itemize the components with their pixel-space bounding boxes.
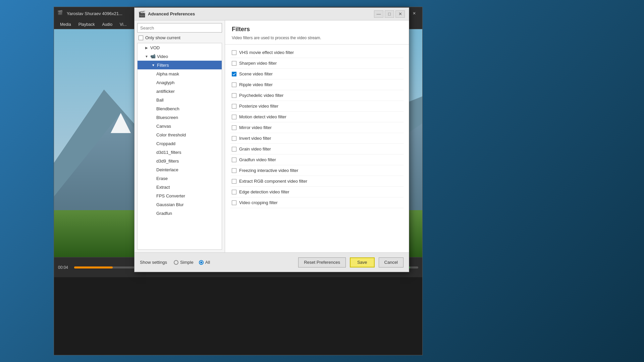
filter-checkbox-mirror[interactable] (232, 125, 236, 130)
tree-item-gaussian-blur[interactable]: Gaussian Blur (138, 200, 222, 209)
only-show-current-checkbox[interactable] (139, 36, 143, 40)
filter-checkbox-scene[interactable] (232, 72, 236, 76)
filter-checkbox-video-cropping[interactable] (232, 200, 236, 205)
filter-row-extract-rgb: Extract RGB component video filter (230, 176, 404, 187)
tree-label-extract: Extract (156, 185, 222, 190)
filter-checkbox-sharpen[interactable] (232, 61, 236, 66)
tree-item-erase[interactable]: Erase (138, 174, 222, 183)
menu-video[interactable]: Vi... (116, 21, 130, 28)
preferences-tree: ▶ VOD ▼ 📹 Video ▼ Filters Alpha mask (137, 43, 222, 250)
tree-item-anaglyph[interactable]: Anaglyph (138, 78, 222, 87)
adv-pref-body: Only show current ▶ VOD ▼ 📹 Video ▼ Filt… (135, 20, 409, 252)
reset-preferences-button[interactable]: Reset Preferences (298, 257, 346, 267)
tree-item-video[interactable]: ▼ 📹 Video (138, 52, 222, 61)
filter-checkbox-ripple[interactable] (232, 82, 236, 87)
tree-label-alpha-mask: Alpha mask (156, 71, 222, 76)
tree-label-deinterlace: Deinterlace (156, 167, 222, 172)
tree-label-croppadd: Croppadd (156, 141, 222, 146)
tree-item-vod[interactable]: ▶ VOD (138, 43, 222, 52)
tree-label-anaglyph: Anaglyph (156, 80, 222, 85)
filter-row-invert: Invert video filter (230, 133, 404, 144)
adv-pref-close[interactable]: ✕ (395, 10, 405, 18)
right-panel-title: Filters (232, 26, 402, 33)
filter-label-video-cropping: Video cropping filter (239, 200, 278, 205)
adv-pref-bottom: Show settings Simple All Reset Preferenc… (135, 252, 409, 272)
tree-label-color-threshold: Color threshold (156, 132, 222, 137)
filter-row-edge-detection: Edge detection video filter (230, 187, 404, 197)
radio-all[interactable]: All (199, 260, 210, 265)
filter-label-sharpen: Sharpen video filter (239, 61, 277, 66)
filter-checkbox-edge-detection[interactable] (232, 190, 236, 194)
filter-checkbox-motion-detect[interactable] (232, 115, 236, 119)
filter-label-psychedelic: Psychedelic video filter (239, 93, 283, 98)
filter-label-posterize: Posterize video filter (239, 104, 278, 109)
tree-label-antiflicker: antiflicker (156, 89, 222, 94)
cancel-button[interactable]: Cancel (379, 257, 404, 267)
adv-pref-icon: 🎬 (139, 11, 145, 17)
tree-arrow-vod: ▶ (144, 45, 149, 50)
tree-label-bluescreen: Bluescreen (156, 115, 222, 120)
tree-item-canvas[interactable]: Canvas (138, 122, 222, 130)
tree-label-filters: Filters (157, 63, 222, 68)
filter-label-invert: Invert video filter (239, 136, 271, 141)
adv-pref-titlebar: 🎬 Advanced Preferences — □ ✕ (135, 8, 409, 20)
show-settings-radio-group: Simple All (174, 260, 210, 265)
tree-label-blendbench: Blendbench (156, 106, 222, 111)
tree-item-croppadd[interactable]: Croppadd (138, 139, 222, 148)
adv-pref-maximize[interactable]: □ (385, 10, 394, 18)
tree-item-fps-converter[interactable]: FPS Converter (138, 191, 222, 200)
vlc-icon: 🎬 (57, 10, 64, 17)
radio-label-simple: Simple (180, 260, 194, 265)
filter-row-motion-detect: Motion detect video filter (230, 112, 404, 122)
show-settings-label: Show settings (140, 260, 167, 265)
tree-item-color-threshold[interactable]: Color threshold (138, 130, 222, 139)
menu-playback[interactable]: Playback (75, 21, 98, 28)
radio-circle-all (199, 260, 204, 265)
tree-label-erase: Erase (156, 176, 222, 181)
tree-arrow-filters: ▼ (151, 63, 156, 67)
tree-item-d3d9-filters[interactable]: d3d9_filters (138, 157, 222, 165)
filter-label-motion-detect: Motion detect video filter (239, 114, 286, 119)
right-panel-description: Video filters are used to process the vi… (232, 36, 402, 40)
filter-checkbox-posterize[interactable] (232, 104, 236, 109)
tree-item-ball[interactable]: Ball (138, 96, 222, 104)
filter-checkbox-invert[interactable] (232, 136, 236, 141)
filter-checkbox-vhs[interactable] (232, 50, 236, 55)
filter-row-vhs: VHS movie effect video filter (230, 47, 404, 58)
filter-label-freezing: Freezing interactive video filter (239, 168, 298, 173)
tree-item-blendbench[interactable]: Blendbench (138, 104, 222, 113)
filter-label-extract-rgb: Extract RGB component video filter (239, 179, 307, 184)
tree-label-gaussian-blur: Gaussian Blur (156, 202, 222, 207)
filter-row-gradfun: Gradfun video filter (230, 155, 404, 165)
only-show-current-option[interactable]: Only show current (137, 35, 222, 41)
tree-item-extract[interactable]: Extract (138, 183, 222, 191)
tree-item-antiflicker[interactable]: antiflicker (138, 87, 222, 96)
time-current: 00:04 (58, 265, 71, 270)
filter-checkbox-psychedelic[interactable] (232, 93, 236, 98)
tree-item-deinterlace[interactable]: Deinterlace (138, 165, 222, 174)
adv-pref-minimize[interactable]: — (374, 10, 383, 18)
vlc-close-button[interactable]: ✕ (410, 10, 419, 17)
filter-checkbox-gradfun[interactable] (232, 158, 236, 162)
filter-checkbox-grain[interactable] (232, 147, 236, 152)
save-button[interactable]: Save (350, 257, 375, 267)
menu-media[interactable]: Media (57, 21, 74, 28)
filter-checkbox-freezing[interactable] (232, 168, 236, 173)
tree-item-alpha-mask[interactable]: Alpha mask (138, 69, 222, 78)
tree-item-filters[interactable]: ▼ Filters (138, 61, 222, 69)
tree-item-gradfun[interactable]: Gradfun (138, 209, 222, 218)
tree-label-vod: VOD (150, 45, 222, 50)
adv-pref-window-controls: — □ ✕ (374, 10, 405, 18)
tree-label-gradfun: Gradfun (156, 211, 222, 216)
search-input[interactable] (137, 23, 222, 33)
radio-label-all: All (205, 260, 210, 265)
filter-checkbox-extract-rgb[interactable] (232, 179, 236, 184)
adv-pref-title: Advanced Preferences (148, 11, 371, 16)
radio-simple[interactable]: Simple (174, 260, 194, 265)
tree-item-bluescreen[interactable]: Bluescreen (138, 113, 222, 122)
tree-label-d3d11-filters: d3d11_filters (156, 150, 222, 155)
tree-item-d3d11-filters[interactable]: d3d11_filters (138, 148, 222, 157)
right-panel-header: Filters Video filters are used to proces… (225, 20, 409, 45)
tree-label-ball: Ball (156, 98, 222, 103)
menu-audio[interactable]: Audio (99, 21, 116, 28)
